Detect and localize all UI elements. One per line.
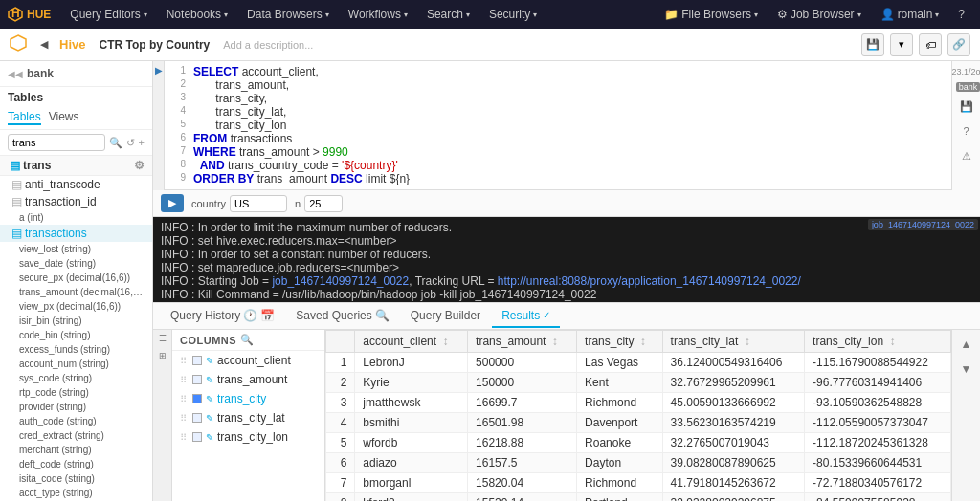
refresh-icon[interactable]: ↺ [126,137,135,149]
col-deft-code[interactable]: deft_code (string) [0,457,152,471]
th-trans-amount[interactable]: trans_amount ↕ [468,331,577,353]
nav-security[interactable]: Security ▾ [481,6,545,23]
log-line-4: INFO : set mapreduce.job.reducers=<numbe… [161,261,972,274]
tab-query-history[interactable]: Query History 🕐 📅 [161,305,284,328]
col-view-px[interactable]: view_px (decimal(16,6)) [0,299,152,314]
param-n-input[interactable] [304,195,343,212]
results-area: ☰ ⊞ COLUMNS 🔍 ⠿ ✎ account_client [153,330,980,501]
nav-file-browsers[interactable]: 📁 File Browsers ▾ [657,6,766,23]
col-acct-type[interactable]: acct_type (string) [0,486,152,500]
search-icon[interactable]: 🔍 [109,137,122,149]
sidebar-search-input[interactable] [8,134,105,151]
col-sys-code[interactable]: sys_code (string) [0,371,152,385]
col-isir-bin[interactable]: isir_bin (string) [0,314,152,328]
col-code-bin[interactable]: code_bin (string) [0,328,152,342]
right-sidebar: ▲ ▼ [951,330,980,501]
tab-description[interactable]: Add a description... [223,39,313,51]
table-cell: LebronJ [355,353,468,373]
left-ctrl-1[interactable]: ☰ [155,334,170,349]
table-cell: Kyrie [355,373,468,393]
drag-handle-icon: ⠿ [180,394,187,404]
col-checkbox-active[interactable] [192,394,202,403]
job-tag[interactable]: job_1467140997124_0022 [868,219,978,230]
nav-notebooks[interactable]: Notebooks ▾ [159,6,235,23]
th-account-client[interactable]: account_client ↕ [355,331,468,353]
col-item-account-client[interactable]: ⠿ ✎ account_client [172,351,324,370]
editor-help-btn[interactable]: ? [956,120,977,142]
col-merchant[interactable]: merchant (string) [0,443,152,457]
col-isita-code[interactable]: isita_code (string) [0,471,152,486]
editor-warning-btn[interactable]: ⚠ [956,145,977,166]
nav-search[interactable]: Search ▾ [419,6,478,23]
col-item-trans-city-lon[interactable]: ⠿ ✎ trans_city_lon [172,427,324,447]
th-trans-city-lat[interactable]: trans_city_lat ↕ [662,331,804,353]
th-trans-city[interactable]: trans_city ↕ [577,331,663,353]
col-trans-amount[interactable]: trans_amount (decimal(16,6)) [0,285,152,299]
dropdown-button[interactable]: ▾ [890,33,913,56]
save-button[interactable]: 💾 [861,33,884,56]
row-number: 6 [326,453,355,473]
table-cell: kford8 [355,493,468,502]
col-cred-extract[interactable]: cred_extract (string) [0,428,152,443]
tab-views[interactable]: Views [49,110,79,125]
top-nav: H HUE Query Editors ▾ Notebooks ▾ Data B… [0,0,980,29]
col-secure-px[interactable]: secure_px (decimal(16,6)) [0,271,152,285]
col-checkbox[interactable] [192,413,202,423]
table-transactions[interactable]: ▤ transactions [0,225,152,242]
table-transaction-id[interactable]: ▤ transaction_id [0,193,152,210]
code-editor[interactable]: 1 SELECT account_client, 2 trans_amount,… [165,61,951,190]
col-item-trans-amount[interactable]: ⠿ ✎ trans_amount [172,370,324,389]
nav-help[interactable]: ? [950,6,972,23]
col-auth-code[interactable]: auth_code (string) [0,414,152,428]
table-cell: 500000 [468,353,577,373]
code-line-5: 5 trans_city_lon [165,119,951,132]
nav-query-editors[interactable]: Query Editors ▾ [62,6,154,23]
col-excess-funds[interactable]: excess_funds (string) [0,342,152,357]
right-scroll-up[interactable]: ▲ [956,334,977,355]
app-logo[interactable]: H HUE [8,7,51,22]
right-scroll-down[interactable]: ▼ [956,359,977,380]
table-cell: Richmond [577,393,663,413]
editor-save-btn[interactable]: 💾 [956,96,977,117]
tab-results[interactable]: Results ✓ [492,305,560,328]
row-number: 5 [326,433,355,453]
left-ctrl-2[interactable]: ⊞ [155,351,170,366]
row-number: 1 [326,353,355,373]
add-icon[interactable]: + [139,137,145,148]
col-item-trans-city[interactable]: ⠿ ✎ trans_city [172,389,324,408]
hive-tab-logo: Hive [59,37,85,52]
col-provider[interactable]: provider (string) [0,400,152,414]
param-country-input[interactable] [230,195,287,212]
col-save-date[interactable]: save_date (string) [0,256,152,271]
collapse-icon[interactable]: ◀◀ [8,69,23,79]
col-account-num[interactable]: account_num (string) [0,357,152,371]
settings-icon[interactable]: ⚙ [134,159,145,172]
col-rtp-code[interactable]: rtp_code (string) [0,385,152,400]
nav-job-browser[interactable]: ⚙ Job Browser ▾ [769,6,869,23]
table-selected-icon: ▤ [11,227,22,240]
col-checkbox[interactable] [192,432,202,442]
share-button[interactable]: 🔗 [947,33,970,56]
col-view-lost[interactable]: view_lost (string) [0,242,152,256]
table-anti-transcode[interactable]: ▤ anti_transcode [0,176,152,193]
editor-area: ▶ 1 SELECT account_client, 2 trans_amoun… [153,61,980,501]
col-checkbox[interactable] [192,356,202,365]
tab-saved-queries[interactable]: Saved Queries 🔍 [286,305,398,328]
th-trans-city-lon[interactable]: trans_city_lon ↕ [805,331,951,353]
tag-button[interactable]: 🏷 [919,33,942,56]
db-name[interactable]: bank [27,67,54,80]
tab-tables[interactable]: Tables [8,110,41,125]
col-a-int[interactable]: a (int) [0,210,152,225]
run-button[interactable]: ▶ [161,194,184,212]
nav-data-browsers[interactable]: Data Browsers ▾ [239,6,337,23]
col-item-trans-city-lat[interactable]: ⠿ ✎ trans_city_lat [172,408,324,427]
table-row: 7bmorganl15820.04Richmond41.791801452636… [326,473,951,493]
col-checkbox[interactable] [192,375,202,384]
nav-user[interactable]: 👤 romain ▾ [873,6,947,23]
check-icon: ✓ [543,310,550,320]
code-line-3: 3 trans_city, [165,92,951,105]
nav-workflows[interactable]: Workflows ▾ [341,6,415,23]
columns-search-icon[interactable]: 🔍 [240,334,254,346]
tab-query-builder[interactable]: Query Builder [401,305,490,328]
table-icon: ▤ [10,159,20,172]
